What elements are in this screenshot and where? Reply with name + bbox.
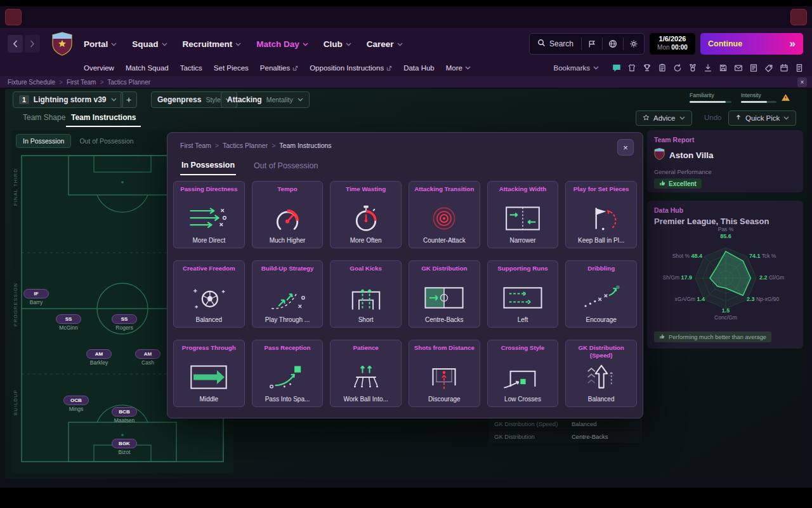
player-cash[interactable]: AMCash (135, 347, 160, 366)
subnav-more[interactable]: More (446, 64, 471, 72)
breadcrumb-item[interactable]: Tactics Planner (223, 142, 268, 149)
warning-icon[interactable] (781, 93, 790, 104)
close-tab-button[interactable]: × (797, 77, 807, 87)
back-button[interactable] (8, 35, 23, 53)
add-tactic-button[interactable]: + (121, 91, 137, 108)
instruction-card-time-wasting[interactable]: Time WastingMore Often (330, 181, 402, 248)
pass-reception-icon (256, 359, 320, 396)
radar-axis-npxg: 2.3 Np-xG/90 (747, 296, 779, 303)
subnav-match-squad[interactable]: Match Squad (126, 64, 169, 72)
instruction-row-gk-distribution-speed[interactable]: GK Distribution (Speed)Balanced (488, 418, 642, 430)
trophy-icon[interactable] (641, 63, 652, 74)
nav-club[interactable]: Club (324, 39, 351, 49)
undo-button[interactable]: Undo (700, 113, 726, 122)
modal-breadcrumb: First Team>Tactics Planner>Team Instruct… (180, 142, 332, 149)
team-report-panel[interactable]: Team Report Aston Villa General Performa… (647, 130, 803, 192)
kit-icon[interactable] (626, 63, 637, 74)
news-icon[interactable] (748, 63, 759, 74)
subnav-penalties[interactable]: Penalties (260, 64, 298, 72)
notes-icon[interactable] (794, 63, 804, 74)
modal-tab-in-possession[interactable]: In Possession (180, 158, 236, 175)
tab-team-instructions[interactable]: Team Instructions (66, 110, 141, 127)
nav-portal[interactable]: Portal (84, 39, 117, 49)
instruction-card-passing-directness[interactable]: Passing DirectnessMore Direct (173, 181, 245, 248)
continue-button[interactable]: Continue » (700, 33, 803, 55)
modal-tab-out-of-possession[interactable]: Out of Possession (252, 158, 319, 175)
forward-button[interactable] (25, 35, 40, 53)
mentality-selector[interactable]: Attacking Mentality (221, 91, 310, 108)
save-icon[interactable] (717, 63, 728, 74)
subnav-overview[interactable]: Overview (84, 64, 114, 72)
instruction-card-supporting-runs[interactable]: Supporting RunsLeft (487, 260, 559, 328)
data-hub-subtitle: Premier League, This Season (654, 217, 796, 226)
nav-match-day[interactable]: Match Day (256, 39, 308, 49)
tab-team-shape[interactable]: Team Shape (18, 110, 70, 124)
instruction-card-creative-freedom[interactable]: Creative FreedomBalanced (173, 260, 245, 328)
player-name: McGinn (56, 324, 81, 331)
bookmark-flag-icon[interactable] (582, 34, 602, 54)
subnav-tactics[interactable]: Tactics (180, 64, 202, 72)
search-button[interactable]: Search (530, 34, 581, 54)
medal-icon[interactable] (687, 63, 698, 74)
mail-icon[interactable] (733, 63, 743, 74)
player-mings[interactable]: OCBMings (63, 393, 89, 412)
quick-pick-button[interactable]: Quick Pick (728, 110, 796, 126)
nav-career[interactable]: Career (367, 39, 403, 49)
data-hub-panel[interactable]: Data Hub Premier League, This Season Pas… (647, 201, 803, 349)
player-bizot[interactable]: BGKBizot (112, 436, 137, 455)
nav-recruitment[interactable]: Recruitment (183, 39, 242, 49)
fm-screen: PortalSquadRecruitmentMatch DayClubCaree… (0, 0, 812, 508)
player-rogers[interactable]: SSRogers (112, 312, 137, 331)
player-role-badge: IF (23, 289, 49, 298)
globe-icon[interactable] (603, 34, 623, 54)
modal-close-button[interactable]: × (617, 139, 634, 156)
refresh-icon[interactable] (672, 63, 683, 74)
notifications-icon[interactable] (611, 63, 622, 74)
toggle-out-of-possession[interactable]: Out of Possession (73, 135, 140, 147)
instruction-card-dribbling[interactable]: DribblingEncourage (565, 260, 637, 328)
instruction-card-goal-kicks[interactable]: Goal KicksShort (330, 260, 402, 328)
clipboard-icon[interactable] (657, 63, 667, 74)
player-barry[interactable]: IFBarry (23, 286, 49, 305)
player-maatsen[interactable]: BCBMaatsen (112, 404, 137, 424)
toggle-in-possession[interactable]: In Possession (16, 135, 70, 147)
subnav-opposition-instructions[interactable]: Opposition Instructions (310, 64, 392, 72)
bookmarks-dropdown[interactable]: Bookmarks (549, 64, 603, 72)
instruction-card-tempo[interactable]: TempoMuch Higher (252, 181, 324, 248)
instruction-card-play-for-set-pieces[interactable]: Play for Set PiecesKeep Ball in Pl... (565, 181, 637, 248)
instruction-card-attacking-width[interactable]: Attacking WidthNarrower (487, 181, 559, 248)
instruction-card-shots-from-distance[interactable]: Shots from DistanceDiscourage (409, 340, 480, 407)
instruction-card-build-up-strategy[interactable]: Build-Up StrategyPlay Through ... (252, 260, 324, 328)
instruction-card-gk-distribution[interactable]: GK DistributionCentre-Backs (409, 260, 480, 328)
player-barkley[interactable]: AMBarkley (86, 347, 112, 366)
breadcrumb-item[interactable]: Fixture Schedule (8, 79, 55, 86)
date-display[interactable]: 1/6/2026 Mon 00:00 (650, 33, 695, 55)
star-icon (643, 114, 650, 123)
instruction-row-gk-distribution[interactable]: GK DistributionCentre-Backs (488, 431, 642, 443)
breadcrumb-item[interactable]: First Team (67, 79, 96, 86)
advice-button[interactable]: Advice (636, 110, 692, 126)
instruction-card-gk-distribution-speed[interactable]: GK Distribution (Speed)Balanced (565, 340, 637, 407)
card-value: Keep Ball in Pl... (578, 237, 624, 244)
breadcrumb-item[interactable]: Team Instructions (279, 142, 331, 149)
breadcrumb-item[interactable]: First Team (180, 142, 211, 149)
instruction-card-progress-through[interactable]: Progress ThroughMiddle (173, 340, 245, 407)
calendar-icon[interactable] (778, 63, 789, 74)
club-badge-icon[interactable] (51, 32, 74, 56)
window-button[interactable] (790, 9, 807, 25)
system-menu-button[interactable] (5, 9, 22, 25)
player-mcginn[interactable]: SSMcGinn (56, 312, 81, 331)
settings-gear-icon[interactable] (624, 34, 644, 54)
instruction-card-attacking-transition[interactable]: Attacking TransitionCounter-Attack (409, 181, 480, 248)
instruction-card-pass-reception[interactable]: Pass ReceptionPass Into Spa... (252, 340, 324, 407)
breadcrumb-item[interactable]: Tactics Planner (107, 79, 150, 86)
nav-squad[interactable]: Squad (132, 39, 167, 49)
subnav-set-pieces[interactable]: Set Pieces (214, 64, 249, 72)
instruction-card-patience[interactable]: PatienceWork Ball Into... (330, 340, 402, 407)
transfer-icon[interactable] (763, 63, 774, 74)
subnav-data-hub[interactable]: Data Hub (403, 64, 435, 72)
tactic-selector[interactable]: 1 Lightning storm v39 (13, 91, 123, 108)
instruction-card-crossing-style[interactable]: Crossing StyleLow Crosses (487, 340, 559, 407)
download-icon[interactable] (702, 63, 713, 74)
radar-axis-conc: 1.5Conc/Gm (714, 307, 737, 321)
